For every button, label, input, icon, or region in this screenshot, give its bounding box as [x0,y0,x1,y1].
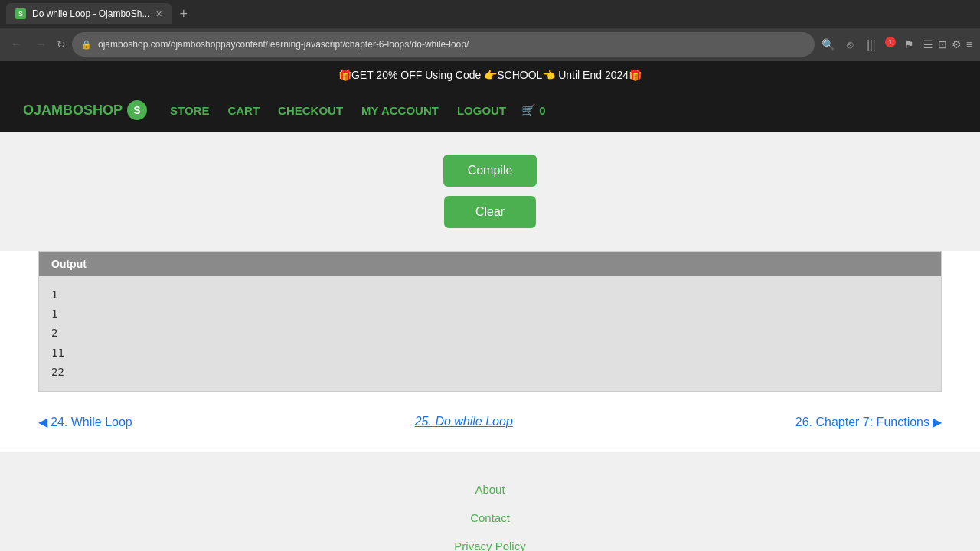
settings-icon[interactable]: ⚙ [952,38,962,51]
logo-link[interactable]: OJAMBOSHOP S [23,100,147,120]
sidebar-icons: ☰ ⊡ ⚙ ≡ [923,38,972,51]
menu-icon[interactable]: ≡ [966,38,972,51]
logout-link[interactable]: LOGOUT [457,104,506,117]
output-line-5: 22 [51,363,929,382]
cart-count: 0 [539,104,545,117]
compiler-area: Compile Clear [0,132,980,251]
cart-widget[interactable]: 🛒 0 [521,103,545,117]
main-nav: OJAMBOSHOP S STORE CART CHECKOUT MY ACCO… [0,89,980,132]
promo-text: 🎁GET 20% OFF Using Code 👉SCHOOL👈 Until E… [338,69,642,81]
logo-icon: S [127,100,147,120]
tab-bar: S Do while Loop - OjamboSh... ✕ + [0,0,980,28]
lesson-nav: 24. While Loop 25. Do while Loop 26. Cha… [0,392,980,452]
output-line-4: 11 [51,344,929,363]
rss-icon: ||| [864,37,879,52]
address-bar[interactable]: 🔒 ojamboshop.com/ojamboshoppaycontent/le… [72,32,815,57]
checkout-link[interactable]: CHECKOUT [278,104,343,117]
url-text: ojamboshop.com/ojamboshoppaycontent/lear… [98,39,469,50]
next-lesson-link[interactable]: 26. Chapter 7: Functions [795,415,942,429]
cart-link[interactable]: CART [227,104,260,117]
output-header: Output [39,252,941,276]
tab-view-icon[interactable]: ⊡ [938,38,947,51]
browser-extras: 🔍 ⎋ ||| 1 ⚑ [821,37,917,52]
back-button[interactable]: ← [8,37,26,51]
contact-link[interactable]: Contact [470,511,510,524]
tab-close-button[interactable]: ✕ [155,9,162,19]
output-line-1: 1 [51,285,929,305]
output-area: Output 1 1 2 11 22 [38,251,942,392]
about-link[interactable]: About [475,483,505,496]
browser-controls: ← → ↻ 🔒 ojamboshop.com/ojamboshoppaycont… [0,28,980,61]
notification-badge: 1 [885,37,896,47]
tab-title: Do while Loop - OjamboSh... [32,8,149,19]
new-tab-button[interactable]: + [175,6,192,22]
active-tab[interactable]: S Do while Loop - OjamboSh... ✕ [6,3,172,24]
nav-links: STORE CART CHECKOUT MY ACCOUNT LOGOUT [170,104,506,117]
prev-lesson-link[interactable]: 24. While Loop [38,415,132,429]
output-line-3: 2 [51,324,929,343]
tab-favicon: S [15,8,26,19]
clear-button[interactable]: Clear [444,196,536,228]
current-lesson: 25. Do while Loop [415,415,513,429]
account-link[interactable]: MY ACCOUNT [361,104,439,117]
store-link[interactable]: STORE [170,104,209,117]
refresh-button[interactable]: ↻ [57,38,66,51]
output-content: 1 1 2 11 22 [39,276,941,391]
output-line-2: 1 [51,305,929,324]
compile-button[interactable]: Compile [443,155,537,187]
logo-text: OJAMBOSHOP [23,103,122,119]
lock-icon: 🔒 [81,40,92,50]
sidebar-toggle[interactable]: ☰ [923,38,933,51]
footer: About Contact Privacy Policy Refund and … [0,452,980,551]
page: 🎁GET 20% OFF Using Code 👉SCHOOL👈 Until E… [0,61,980,551]
cart-icon: 🛒 [521,103,536,117]
privacy-link[interactable]: Privacy Policy [454,540,525,551]
promo-banner: 🎁GET 20% OFF Using Code 👉SCHOOL👈 Until E… [0,61,980,89]
forward-button[interactable]: → [32,37,51,51]
browser-chrome: S Do while Loop - OjamboSh... ✕ + ← → ↻ … [0,0,980,61]
share-icon[interactable]: ⎋ [842,37,858,52]
extension-icon[interactable]: ⚑ [902,37,917,52]
search-icon[interactable]: 🔍 [821,37,836,52]
